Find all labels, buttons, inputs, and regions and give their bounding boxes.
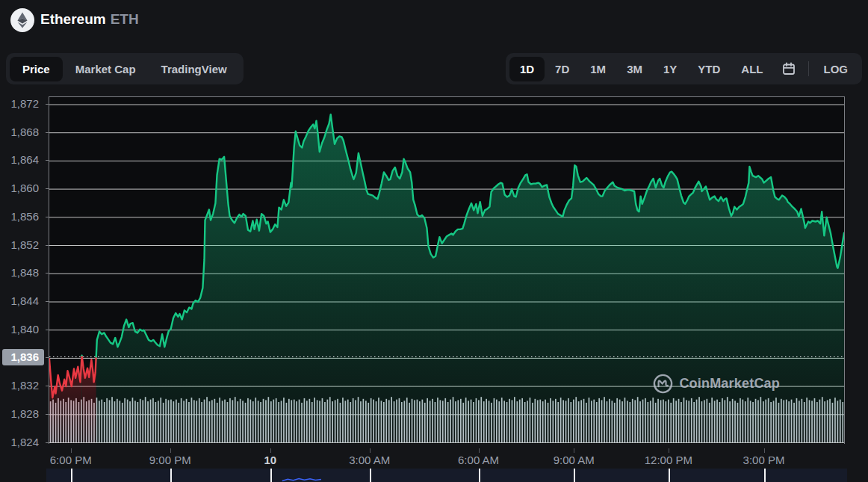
- y-axis: 1,8721,8681,8641,8601,8561,8521,8481,844…: [0, 96, 46, 444]
- log-scale-toggle[interactable]: LOG: [813, 57, 859, 81]
- x-axis-tick: [764, 448, 765, 453]
- x-axis-tick: [370, 448, 371, 453]
- tab-price[interactable]: Price: [10, 57, 63, 81]
- x-axis-tick: [574, 448, 574, 453]
- ethereum-logo-icon: [10, 8, 34, 32]
- x-axis-tick: [479, 448, 480, 453]
- y-axis-label: 1,844: [10, 294, 39, 309]
- x-axis: 6:00 PM9:00 PM103:00 AM6:00 AM9:00 AM12:…: [49, 454, 844, 469]
- y-axis-label: 1,872: [10, 96, 39, 111]
- range-ytd[interactable]: YTD: [687, 57, 731, 81]
- x-axis-label: 10: [264, 454, 276, 466]
- coin-header: EthereumETH: [0, 0, 868, 42]
- x-axis-tick: [669, 448, 669, 453]
- divider: [808, 61, 809, 76]
- coin-symbol: ETH: [111, 11, 139, 27]
- x-axis-label: 9:00 AM: [554, 454, 595, 466]
- y-axis-open-price-label: 1,836: [2, 349, 44, 365]
- y-axis-label: 1,852: [10, 238, 39, 253]
- y-axis-label: 1,860: [10, 181, 39, 196]
- range-1m[interactable]: 1M: [580, 57, 616, 81]
- x-axis-tick: [270, 448, 271, 453]
- y-axis-label: 1,856: [10, 209, 39, 224]
- range-1y[interactable]: 1Y: [653, 57, 687, 81]
- range-all[interactable]: ALL: [731, 57, 773, 81]
- x-axis-label: 6:00 PM: [50, 454, 92, 466]
- x-axis-label: 9:00 PM: [149, 454, 191, 466]
- x-axis-label: 3:00 PM: [743, 454, 785, 466]
- range-3m[interactable]: 3M: [616, 57, 653, 81]
- y-axis-label: 1,840: [10, 322, 39, 337]
- y-axis-label: 1,868: [10, 125, 39, 140]
- y-axis-label: 1,848: [10, 265, 39, 280]
- x-axis-label: 6:00 AM: [458, 454, 499, 466]
- y-axis-label: 1,864: [10, 152, 39, 167]
- coin-name: Ethereum: [40, 11, 106, 27]
- x-axis-label: 12:00 PM: [645, 454, 692, 466]
- y-axis-label: 1,828: [10, 407, 39, 421]
- range-toolbar: 1D7D1M3M1YYTDALLLOG: [506, 53, 862, 84]
- page-title: EthereumETH: [40, 11, 139, 28]
- calendar-icon[interactable]: [774, 55, 804, 82]
- x-axis-tick: [170, 448, 171, 453]
- x-axis-ticks: [49, 448, 844, 453]
- tab-market-cap[interactable]: Market Cap: [63, 57, 149, 81]
- x-axis-label: 3:00 AM: [349, 454, 390, 466]
- range-1d[interactable]: 1D: [509, 57, 545, 81]
- plot-area[interactable]: CoinMarketCap: [49, 96, 845, 444]
- range-navigator[interactable]: [46, 469, 847, 482]
- tab-tradingview[interactable]: TradingView: [149, 57, 240, 81]
- y-axis-label: 1,824: [10, 435, 39, 450]
- y-axis-label: 1,832: [10, 378, 39, 393]
- x-axis-tick: [71, 448, 72, 453]
- chart-type-tabs: PriceMarket CapTradingView: [6, 53, 244, 84]
- navigator-mini-chart: [46, 469, 847, 482]
- range-7d[interactable]: 7D: [545, 57, 580, 81]
